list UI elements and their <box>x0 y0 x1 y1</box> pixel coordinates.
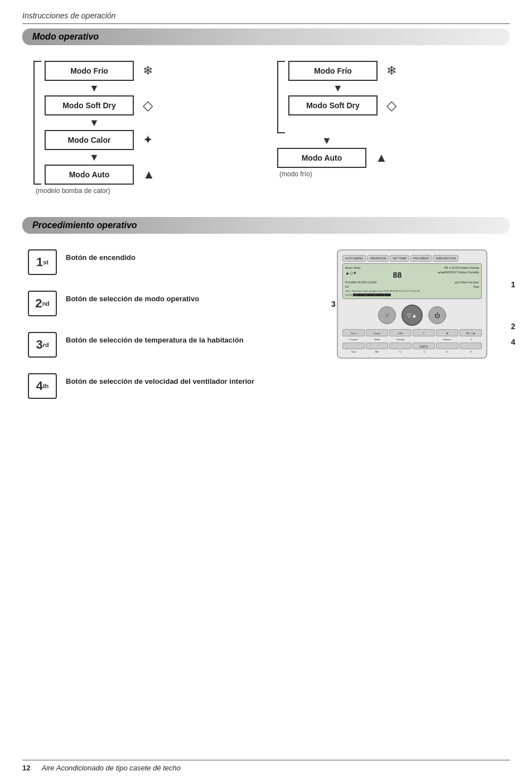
label-swing: ↑ ↻ <box>460 338 482 341</box>
remote-btn-cancel[interactable]: Cancel <box>366 329 388 336</box>
label-holiday: Holiday <box>389 338 412 341</box>
modo-operativo-content: Modo Frío ❄ ▼ Modo Soft Dry ◇ ▼ <box>22 55 510 200</box>
icon-triangle-2: ▲ <box>375 151 388 165</box>
callout-3-label: 3 <box>331 300 336 308</box>
on-off-bars: ████████████████████████ <box>353 293 391 296</box>
step-badge-1: 1st <box>28 249 57 275</box>
step-item-1: 1st Botón de encendido <box>28 249 320 275</box>
remote-btn-fan[interactable]: ⊕ <box>436 329 458 336</box>
remote-display-row2: ▲◇✦ 88 ◈❄◈DEFROST Defrost Humidity <box>345 271 479 279</box>
remote-bottom-grid: Set/Clr <box>342 343 482 349</box>
mode-block-auto-1: Modo Auto ▲ <box>45 165 255 185</box>
mode-box-softdry-1: Modo Soft Dry <box>45 95 134 115</box>
remote-btn-modes[interactable]: ❄◇☆▲ <box>460 329 482 336</box>
display-digits: 88 <box>393 271 402 279</box>
label-empty <box>413 338 435 341</box>
remote-btn-b2[interactable] <box>366 343 388 349</box>
section2-title: Procedimiento operativo <box>32 220 137 230</box>
arrow-1: ▼ <box>89 81 255 95</box>
bracket-content-2: Modo Frío ❄ ▼ Modo Soft Dry ◇ <box>288 61 499 133</box>
remote-btn-operation: OPERATION <box>367 255 389 262</box>
step-badge-2: 2nd <box>28 291 57 316</box>
step-badge-1-num: 1 <box>36 255 43 269</box>
remote-top-row: AUTO SWING OPERATION SET TEMP FAN SPEED … <box>342 255 482 262</box>
arrow-5: ▼ <box>322 133 332 148</box>
mode-box-frio-1: Modo Frío <box>45 61 134 81</box>
remote-display: Room Temp. HR ✦ AUTO Heater Preheat ▲◇✦ … <box>342 263 482 299</box>
display-plasma: PLASMA FILTER CLEAN <box>345 281 376 284</box>
mode-block-auto-2: Modo Auto ▲ <box>277 148 388 168</box>
mode-block-calor-1: Modo Calor ✦ <box>45 130 255 150</box>
column1-note: (modelo bomba de calor) <box>36 187 110 195</box>
step-item-3: 3rd Botón de selección de temperatura de… <box>28 332 320 358</box>
step-text-4: Botón de selección de velocidad del vent… <box>66 373 254 387</box>
remote-body: AUTO SWING OPERATION SET TEMP FAN SPEED … <box>337 249 487 359</box>
remote-bottom-labels: Hour Min ⏲ ⊙ ☑ ⟳ <box>342 350 482 353</box>
footer-page: 12 <box>22 764 30 772</box>
label-check: ☑ <box>436 350 458 353</box>
step-badge-1-sup: st <box>43 259 49 266</box>
remote-btn-plus[interactable]: + <box>413 329 435 336</box>
remote-btn-b5[interactable] <box>436 343 458 349</box>
mode-block-softdry-2: Modo Soft Dry ◇ <box>288 95 499 115</box>
callout-1-label: 1 <box>511 280 515 289</box>
step-text-2: Botón de selección de modo operativo <box>66 291 199 304</box>
mode-box-frio-2: Modo Frío <box>288 61 378 81</box>
remote-btn-setclr[interactable]: Set/Clr <box>413 343 435 349</box>
page-footer: 12 Aire Acondicionado de tipo casete dé … <box>22 760 510 772</box>
operation-unit: (Operation Unit) <box>352 290 367 292</box>
timer-label: Timer <box>345 290 351 292</box>
remote-nav-center[interactable]: ▽▲ <box>402 305 423 326</box>
step-badge-2-sup: nd <box>42 300 49 307</box>
mode-label-frio-1: Modo Frío <box>70 66 108 75</box>
mode-column-2: Modo Frío ❄ ▼ Modo Soft Dry ◇ <box>277 61 499 195</box>
icon-sun-1: ✦ <box>143 133 153 147</box>
display-text-room: Room Temp. <box>345 266 361 269</box>
remote-timer-row: Timer (Operation Unit) (program set) 01 … <box>345 290 479 292</box>
remote-btn-2ndf[interactable]: 2ndF <box>389 329 412 336</box>
remote-lower-grid: Timer Cancel 2ndF + ⊕ ❄◇☆▲ <box>342 329 482 336</box>
remote-btn-b6[interactable] <box>460 343 482 349</box>
callout-4-label: 4 <box>511 338 515 346</box>
label-min: Min <box>366 350 388 353</box>
step-badge-2-num: 2 <box>35 296 42 311</box>
bracket-line-1 <box>33 61 41 185</box>
display-icons-right: HR ✦ AUTO Heater Preheat <box>444 266 479 269</box>
mode-box-auto-1: Modo Auto <box>45 165 134 185</box>
mode-label-calor-1: Modo Calor <box>68 136 111 144</box>
display-icons-left: ▲◇✦ <box>345 271 357 279</box>
col2-bottom: ▼ Modo Auto ▲ (modo frío) <box>277 133 388 178</box>
mode-box-auto-2: Modo Auto <box>277 148 366 168</box>
bracket-content-1: Modo Frío ❄ ▼ Modo Soft Dry ◇ ▼ <box>45 61 255 185</box>
remote-btn-timer[interactable]: Timer <box>342 329 365 336</box>
step-badge-4-num: 4 <box>36 379 43 393</box>
section1-title: Modo operativo <box>32 32 99 41</box>
display-kh: kH <box>345 285 349 288</box>
mode-block-softdry-1: Modo Soft Dry ◇ <box>45 95 255 115</box>
header-title: Instrucciones de operación <box>22 11 115 20</box>
mode-box-softdry-2: Modo Soft Dry <box>288 95 378 115</box>
remote-column: 3 AUTO SWING OPERATION SET TEMP FAN SPEE… <box>337 249 504 359</box>
remote-btn-b1[interactable] <box>342 343 365 349</box>
icon-snowflake-1: ❄ <box>143 64 153 78</box>
label-program: Program <box>342 338 365 341</box>
remote-btn-b3[interactable] <box>389 343 412 349</box>
step-badge-3: 3rd <box>28 332 57 358</box>
remote-display-row1: Room Temp. HR ✦ AUTO Heater Preheat <box>345 266 479 269</box>
remote-btn-circle-left[interactable]: ☆ <box>378 306 396 324</box>
mode-label-softdry-1: Modo Soft Dry <box>62 101 116 110</box>
mode-column-1: Modo Frío ❄ ▼ Modo Soft Dry ◇ ▼ <box>33 61 255 195</box>
display-time: Time <box>473 285 479 288</box>
step-badge-4-sup: th <box>43 383 49 389</box>
remote-btn-power[interactable]: ⏻ <box>428 306 446 324</box>
step-badge-4: 4th <box>28 373 57 399</box>
mode-label-softdry-2: Modo Soft Dry <box>306 101 360 110</box>
label-dot: ⊙ <box>413 350 435 353</box>
bracket-group-2: Modo Frío ❄ ▼ Modo Soft Dry ◇ <box>277 61 499 133</box>
remote-onoff-row: On/Off ████████████████████████ <box>345 293 479 296</box>
step-badge-3-sup: rd <box>43 341 49 348</box>
mode-block-frio-2: Modo Frío ❄ <box>288 61 499 81</box>
remote-middle-row: ☆ ▽▲ ⏻ <box>342 301 482 329</box>
label-clock: ⏲ <box>389 350 412 353</box>
mode-block-frio-1: Modo Frío ❄ <box>45 61 255 81</box>
